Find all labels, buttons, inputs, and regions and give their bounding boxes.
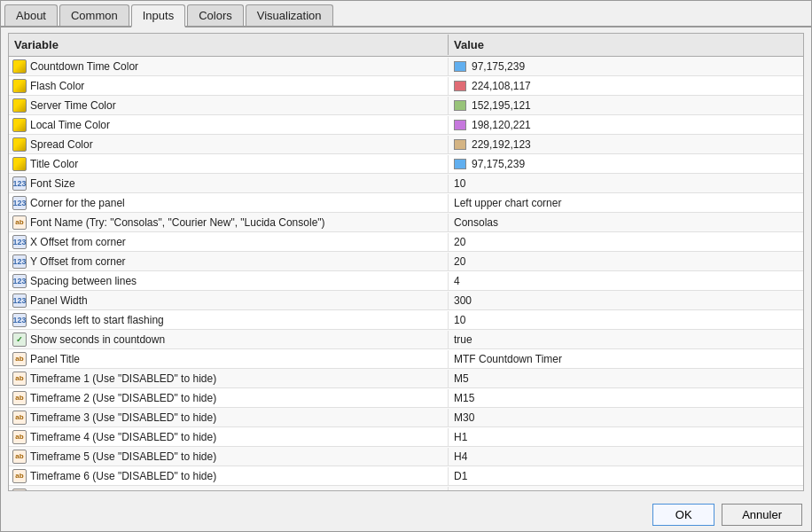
table-row[interactable]: abTimeframe 1 (Use "DISABLED" to hide)M5 <box>9 369 803 388</box>
table-row[interactable]: abFont Name (Try: "Consolas", "Courier N… <box>9 213 803 232</box>
cell-value: 20 <box>449 254 803 270</box>
cell-value: 198,120,221 <box>449 117 803 133</box>
variable-label: Corner for the panel <box>30 197 125 209</box>
ok-button[interactable]: OK <box>652 504 714 526</box>
variable-label: Y Offset from corner <box>30 255 126 268</box>
variable-label: Seconds left to start flashing <box>30 314 164 326</box>
num-type-icon: 123 <box>12 274 27 288</box>
num-type-icon: 123 <box>12 196 27 210</box>
value-label: 20 <box>454 255 465 268</box>
table-row[interactable]: 123Panel Width300 <box>9 291 803 310</box>
value-label: H4 <box>454 450 467 463</box>
col-header-value: Value <box>449 35 803 55</box>
color-swatch <box>454 159 466 169</box>
color-swatch <box>454 139 466 150</box>
cell-variable: 123Panel Width <box>9 292 449 309</box>
table-wrapper: Variable Value Countdown Time Color97,17… <box>8 33 804 491</box>
main-content: Variable Value Countdown Time Color97,17… <box>1 27 811 497</box>
variable-label: Spread Color <box>30 138 93 151</box>
table-row[interactable]: abTimeframe 5 (Use "DISABLED" to hide)H4 <box>9 447 803 466</box>
tab-about[interactable]: About <box>4 4 58 26</box>
value-label: 20 <box>454 236 465 248</box>
color-type-icon <box>12 157 27 171</box>
ab-type-icon: ab <box>12 489 27 491</box>
table-row[interactable]: 123Y Offset from corner20 <box>9 252 803 271</box>
cell-variable: 123Font Size <box>9 175 449 192</box>
table-row[interactable]: ✓Show seconds in countdowntrue <box>9 330 803 349</box>
cell-value: 20 <box>449 234 803 250</box>
num-type-icon: 123 <box>12 254 27 269</box>
cell-variable: Server Time Color <box>9 97 449 114</box>
table-row[interactable]: 123Seconds left to start flashing10 <box>9 310 803 330</box>
value-label: M30 <box>454 411 474 424</box>
table-row[interactable]: 123Spacing between lines4 <box>9 271 803 291</box>
cell-variable: Spread Color <box>9 136 449 153</box>
variable-label: Panel Title <box>30 353 80 365</box>
col-header-variable: Variable <box>9 35 449 55</box>
cell-value: 97,175,239 <box>449 59 803 74</box>
table-row[interactable]: abTimeframe 6 (Use "DISABLED" to hide)D1 <box>9 466 803 486</box>
tab-colors[interactable]: Colors <box>187 4 244 26</box>
variable-label: X Offset from corner <box>30 236 126 248</box>
ab-type-icon: ab <box>12 450 27 464</box>
table-row[interactable]: Server Time Color152,195,121 <box>9 96 803 115</box>
cell-value: true <box>449 332 803 348</box>
variable-label: Timeframe 6 (Use "DISABLED" to hide) <box>30 470 216 482</box>
table-row[interactable]: Title Color97,175,239 <box>9 154 803 174</box>
ab-type-icon: ab <box>12 352 27 366</box>
value-label: MTF Countdown Timer <box>454 353 562 365</box>
ab-type-icon: ab <box>12 411 27 425</box>
variable-label: Title Color <box>30 158 78 170</box>
table-row[interactable]: abPanel TitleMTF Countdown Timer <box>9 349 803 369</box>
cell-variable: 123Spacing between lines <box>9 272 449 290</box>
tab-inputs[interactable]: Inputs <box>131 4 185 27</box>
cell-value: M30 <box>449 410 803 426</box>
table-row[interactable]: 123Font Size10 <box>9 174 803 193</box>
num-type-icon: 123 <box>12 235 27 249</box>
color-swatch <box>454 61 466 72</box>
table-header: Variable Value <box>9 34 803 57</box>
value-label: 224,108,117 <box>472 80 531 92</box>
table-row[interactable]: Local Time Color198,120,221 <box>9 115 803 135</box>
table-row[interactable]: abTimeframe 3 (Use "DISABLED" to hide)M3… <box>9 408 803 427</box>
table-row[interactable]: abTimeframe 2 (Use "DISABLED" to hide)M1… <box>9 388 803 408</box>
variable-label: Show seconds in countdown <box>30 333 165 346</box>
value-label: 198,120,221 <box>472 119 531 131</box>
value-label: 4 <box>454 275 460 287</box>
variable-label: Timeframe 5 (Use "DISABLED" to hide) <box>30 450 216 463</box>
cell-variable: Local Time Color <box>9 116 449 134</box>
tab-common[interactable]: Common <box>59 4 129 26</box>
cell-value: H4 <box>449 449 803 465</box>
table-row[interactable]: abCustom Currency Pairs (comma-separated… <box>9 486 803 490</box>
ab-type-icon: ab <box>12 372 27 386</box>
cell-variable: Countdown Time Color <box>9 58 449 75</box>
num-type-icon: 123 <box>12 313 27 327</box>
variable-label: Font Size <box>30 177 75 190</box>
bottom-bar: OK Annuler <box>1 497 811 531</box>
value-label: EURUSD, GBPUSD, USDJPY, AUDUSD, NZDUSD, … <box>454 489 803 491</box>
table-row[interactable]: abTimeframe 4 (Use "DISABLED" to hide)H1 <box>9 427 803 447</box>
color-type-icon <box>12 59 27 74</box>
cell-variable: abTimeframe 5 (Use "DISABLED" to hide) <box>9 448 449 466</box>
tab-visualization[interactable]: Visualization <box>246 4 333 26</box>
variable-label: Font Name (Try: "Consolas", "Courier New… <box>30 216 325 229</box>
table-body[interactable]: Countdown Time Color97,175,239Flash Colo… <box>9 57 803 490</box>
cancel-button[interactable]: Annuler <box>722 504 802 526</box>
table-row[interactable]: Countdown Time Color97,175,239 <box>9 57 803 76</box>
table-row[interactable]: Spread Color229,192,123 <box>9 135 803 154</box>
variable-label: Timeframe 2 (Use "DISABLED" to hide) <box>30 392 216 404</box>
color-type-icon <box>12 79 27 93</box>
table-row[interactable]: 123X Offset from corner20 <box>9 232 803 252</box>
cell-variable: abTimeframe 4 (Use "DISABLED" to hide) <box>9 428 449 446</box>
cell-variable: Title Color <box>9 155 449 173</box>
table-row[interactable]: 123Corner for the panelLeft upper chart … <box>9 193 803 213</box>
cell-value: Consolas <box>449 215 803 231</box>
variable-label: Timeframe 1 (Use "DISABLED" to hide) <box>30 372 216 385</box>
value-label: M5 <box>454 372 469 385</box>
ab-type-icon: ab <box>12 215 27 230</box>
value-label: D1 <box>454 470 467 482</box>
table-row[interactable]: Flash Color224,108,117 <box>9 76 803 96</box>
variable-label: Flash Color <box>30 80 84 92</box>
cell-variable: 123Seconds left to start flashing <box>9 311 449 329</box>
value-label: Consolas <box>454 216 498 229</box>
